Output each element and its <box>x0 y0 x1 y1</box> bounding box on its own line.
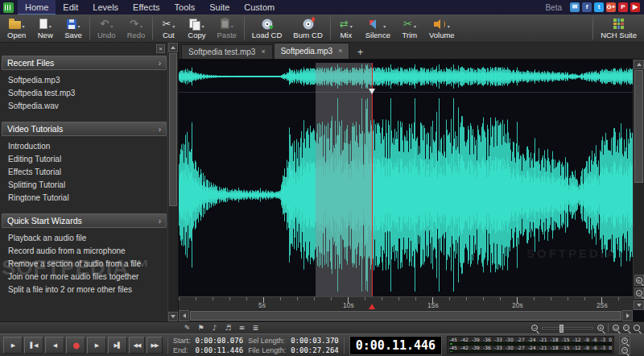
vertical-scrollbar[interactable] <box>633 60 644 310</box>
sidebar-close-icon[interactable]: × <box>156 44 165 53</box>
sidebar-item-recent-file[interactable]: Softpedia.wav <box>2 100 167 113</box>
sidebar-item-tutorial[interactable]: Ringtone Tutorial <box>2 192 167 205</box>
sidebar-item-wizard[interactable]: Remove a section of audio from a file <box>2 258 167 271</box>
sidebar-item-wizard[interactable]: Join one or more audio files together <box>2 271 167 284</box>
sidebar-item-tutorial[interactable]: Introduction <box>2 140 167 153</box>
scroll-down-arrow-icon[interactable] <box>634 300 644 310</box>
undo-button[interactable]: ↶ Undo <box>92 14 122 42</box>
speaker-icon[interactable]: ♪ <box>209 323 220 333</box>
facebook-icon[interactable]: f <box>582 2 592 12</box>
cursor-handle-icon[interactable] <box>369 89 375 94</box>
mix-button[interactable]: ⇄ Mix <box>332 14 360 42</box>
menu-tools[interactable]: Tools <box>167 0 203 14</box>
menu-suite[interactable]: Suite <box>202 0 237 14</box>
silence-button[interactable]: Silence <box>360 14 396 42</box>
dropdown-arrow-icon[interactable] <box>201 17 204 31</box>
copy-button[interactable]: Copy <box>182 14 211 42</box>
dropdown-arrow-icon[interactable] <box>172 17 175 31</box>
sidebar-item-wizard[interactable]: Split a file into 2 or more other files <box>2 284 167 296</box>
cut-button[interactable]: ✂ Cut <box>155 14 182 42</box>
scroll-left-arrow-icon[interactable] <box>179 310 189 321</box>
sidebar-item-recent-file[interactable]: Softpedia.mp3 <box>2 74 167 87</box>
marker-tool-icon[interactable]: ⚑ <box>196 323 206 333</box>
horizontal-scrollbar[interactable] <box>179 310 633 321</box>
new-button[interactable]: New <box>31 14 59 42</box>
tab-softpedia-test-mp3[interactable]: Softpedia test.mp3 × <box>181 44 273 59</box>
go-to-start-button[interactable]: ▌◀ <box>24 337 43 354</box>
speaker-muted-icon[interactable]: ♬ <box>223 323 233 333</box>
zoom-full-file-icon[interactable] <box>623 325 630 331</box>
waveform-main[interactable] <box>179 95 633 295</box>
bookmark-list-icon[interactable]: ≡ <box>237 323 247 333</box>
vertical-zoom-out-button[interactable] <box>634 288 644 299</box>
scroll-up-arrow-icon[interactable] <box>168 43 178 52</box>
dropdown-arrow-icon[interactable] <box>110 17 113 31</box>
dropdown-arrow-icon[interactable] <box>350 17 353 31</box>
sidebar-item-tutorial[interactable]: Splitting Tutorial <box>2 179 167 192</box>
meter-zoom-out-button[interactable] <box>619 346 630 354</box>
scrollbar-thumb[interactable] <box>190 311 621 321</box>
snap-options-icon[interactable]: ≣ <box>250 323 261 333</box>
sidebar-item-recent-file[interactable]: Softpedia test.mp3 <box>2 87 167 100</box>
waveform-overview[interactable] <box>179 63 633 90</box>
save-button[interactable]: Save <box>59 14 88 42</box>
record-button[interactable]: ● <box>66 337 85 354</box>
zoom-vertical-icon[interactable] <box>634 325 640 331</box>
menu-edit[interactable]: Edit <box>56 0 85 14</box>
sidebar-item-tutorial[interactable]: Editing Tutorial <box>2 153 167 166</box>
pinterest-icon[interactable]: P <box>618 2 628 12</box>
googleplus-icon[interactable]: G+ <box>606 2 616 12</box>
scroll-down-arrow-icon[interactable] <box>168 312 178 321</box>
fast-forward-button[interactable]: ▶ <box>87 337 106 354</box>
next-file-button[interactable]: ▶▶ <box>147 337 163 354</box>
zoom-in-icon[interactable] <box>597 325 604 331</box>
play-button[interactable]: ▶ <box>3 337 23 354</box>
load-cd-button[interactable]: Load CD <box>246 14 288 42</box>
timeline-ruler[interactable]: 5s10s15s20s25s <box>179 296 633 310</box>
burn-cd-button[interactable]: Burn CD <box>287 14 328 42</box>
dropdown-arrow-icon[interactable] <box>414 17 416 31</box>
scroll-right-arrow-icon[interactable] <box>622 310 633 321</box>
pencil-tool-icon[interactable]: ✎ <box>182 323 192 333</box>
redo-button[interactable]: ↷ Redo <box>122 14 151 42</box>
zoom-to-selection-icon[interactable] <box>613 325 619 331</box>
dropdown-arrow-icon[interactable] <box>383 17 386 31</box>
previous-file-button[interactable]: ◀◀ <box>129 337 145 354</box>
dropdown-arrow-icon[interactable] <box>49 17 52 31</box>
open-button[interactable]: Open <box>2 14 31 42</box>
dropdown-arrow-icon[interactable] <box>140 17 142 31</box>
scroll-up-arrow-icon[interactable] <box>634 60 644 69</box>
paste-button[interactable]: Paste <box>212 14 242 42</box>
dropdown-arrow-icon[interactable] <box>23 17 25 31</box>
go-to-end-button[interactable]: ▶▌ <box>108 337 127 354</box>
volume-button[interactable]: Volume <box>423 14 460 42</box>
dropdown-arrow-icon[interactable] <box>78 17 80 31</box>
twitter-icon[interactable]: t <box>594 2 604 12</box>
tab-close-icon[interactable]: × <box>338 48 342 55</box>
menu-home[interactable]: Home <box>18 0 56 14</box>
dropdown-arrow-icon[interactable] <box>231 17 233 31</box>
meter-zoom-in-button[interactable] <box>619 336 630 345</box>
tab-close-icon[interactable]: × <box>261 48 265 56</box>
mail-icon[interactable]: ✉ <box>570 2 580 12</box>
sidebar-item-tutorial[interactable]: Effects Tutorial <box>2 166 167 179</box>
selection-region[interactable] <box>316 63 372 296</box>
cursor-marker-icon[interactable] <box>369 304 375 309</box>
trim-button[interactable]: ✂ Trim <box>396 14 423 42</box>
sidebar-item-wizard[interactable]: Record audio from a microphone <box>2 245 167 258</box>
menu-custom[interactable]: Custom <box>237 0 282 14</box>
sidebar-section-header-recent-files[interactable]: Recent Files <box>2 56 167 70</box>
dropdown-arrow-icon[interactable] <box>448 17 450 31</box>
nch-suite-button[interactable]: NCH Suite <box>595 14 642 42</box>
zoom-slider-thumb[interactable] <box>559 325 564 333</box>
menu-effects[interactable]: Effects <box>126 0 167 14</box>
zoom-out-icon[interactable] <box>531 325 538 331</box>
scrollbar-thumb[interactable] <box>169 53 177 206</box>
youtube-icon[interactable]: ▶ <box>630 2 640 12</box>
vertical-zoom-in-button[interactable] <box>634 275 644 286</box>
tab-softpedia-mp3[interactable]: Softpedia.mp3 × <box>274 43 350 59</box>
menu-levels[interactable]: Levels <box>85 0 126 14</box>
sidebar-item-wizard[interactable]: Playback an audio file <box>2 232 167 245</box>
new-tab-button[interactable]: + <box>353 46 366 59</box>
rewind-button[interactable]: ◀ <box>45 337 64 354</box>
